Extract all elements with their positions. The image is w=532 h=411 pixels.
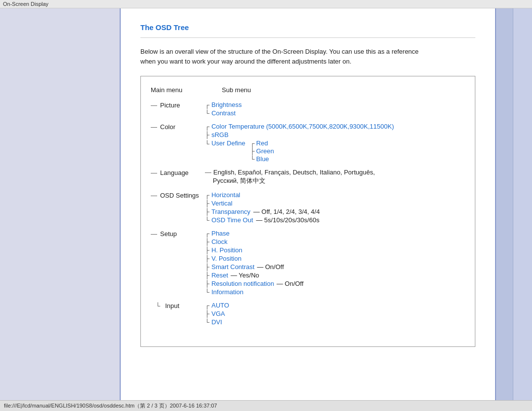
sub-smart-contrast-val: — On/Off: [257, 263, 284, 271]
intro-line1: Below is an overall view of the structur…: [140, 48, 419, 55]
tree-header: Main menu Sub menu: [151, 86, 465, 94]
sub-smart-contrast: Smart Contrast: [211, 263, 254, 271]
sub-lang-list: English, Español, Français, Deutsch, Ita…: [213, 169, 375, 176]
sub-srgb: sRGB: [211, 131, 229, 138]
intro-line2: when you want to work your way around th…: [140, 58, 351, 65]
main-label-setup: — Setup: [151, 230, 205, 238]
title-text: On-Screen Display: [3, 1, 48, 7]
main-label-picture: — Picture: [151, 101, 205, 109]
color-label: Color: [160, 123, 175, 131]
bottom-text: file:///E|/lcd/manual/ENGLISH/190S8/osd/…: [4, 403, 217, 409]
sub-userdefine: User Define: [211, 139, 245, 147]
sub-transparency: Transparency: [211, 208, 250, 215]
sub-blue: Blue: [256, 155, 269, 163]
sub-osd-timeout: OSD Time Out: [211, 216, 253, 224]
sub-brightness: Brightness: [211, 101, 241, 108]
sub-color-temp: Color Temperature (5000K,6500K,7500K,820…: [211, 123, 394, 130]
bottom-bar: file:///E|/lcd/manual/ENGLISH/190S8/osd/…: [0, 400, 532, 411]
section-language: — Language — English, Español, Français,…: [151, 169, 465, 185]
section-osd-settings: — OSD Settings ┌ Horizontal ├ Vertical: [151, 191, 465, 224]
intro-text: Below is an overall view of the structur…: [140, 47, 475, 66]
page-title: The OSD Tree: [140, 23, 475, 38]
sidebar-right-inner: [496, 8, 513, 400]
sub-reset: Reset: [211, 272, 228, 279]
sub-osd-timeout-val: — 5s/10s/20s/30s/60s: [256, 216, 320, 224]
sub-green: Green: [256, 147, 274, 155]
sub-phase: Phase: [211, 230, 230, 237]
sub-clock: Clock: [211, 238, 228, 245]
section-input: └ Input ┌ AUTO ├ VGA └: [151, 302, 465, 326]
sub-vertical: Vertical: [211, 200, 233, 207]
sub-information: Information: [211, 288, 243, 296]
section-setup: — Setup ┌ Phase ├ Clock ├: [151, 230, 465, 296]
setup-label: Setup: [160, 230, 177, 238]
title-bar: On-Screen Display: [0, 0, 532, 8]
sub-contrast: Contrast: [211, 109, 235, 117]
main-label-language: — Language: [151, 169, 205, 176]
sub-dvi: DVI: [211, 318, 222, 326]
sub-menu-header: Sub menu: [222, 86, 251, 94]
sub-reset-val: — Yes/No: [231, 272, 259, 279]
sub-auto: AUTO: [211, 302, 229, 309]
input-label: Input: [165, 302, 179, 309]
sub-resolution-notification: Resolution notification: [211, 280, 274, 287]
main-label-osd-settings: — OSD Settings: [151, 191, 205, 199]
sub-h-position: H. Position: [211, 246, 242, 254]
content-area: The OSD Tree Below is an overall view of…: [121, 8, 495, 400]
sub-lang-list2: Русский, 简体中文: [213, 176, 266, 185]
section-picture: — Picture ┌ Brightness └ Contrast: [151, 101, 465, 117]
main-menu-header: Main menu: [151, 86, 182, 94]
sidebar-right: [495, 8, 532, 400]
osd-settings-label: OSD Settings: [160, 192, 199, 199]
section-color: — Color ┌ Color Temperature (5000K,6500K…: [151, 123, 465, 163]
sub-horizontal: Horizontal: [211, 191, 240, 199]
main-label-color: — Color: [151, 123, 205, 131]
picture-label: Picture: [160, 102, 180, 109]
sidebar-left: [0, 8, 121, 400]
main-label-input: └ Input: [151, 302, 205, 309]
language-label: Language: [160, 169, 189, 176]
sub-resolution-val: — On/Off: [276, 280, 303, 287]
sub-transparency-val: — Off, 1/4, 2/4, 3/4, 4/4: [253, 208, 320, 215]
osd-tree-box: Main menu Sub menu — Picture ┌ Brightnes…: [140, 76, 475, 347]
sub-v-position: V. Position: [211, 255, 241, 262]
sub-red: Red: [256, 139, 268, 147]
sub-vga: VGA: [211, 310, 225, 317]
